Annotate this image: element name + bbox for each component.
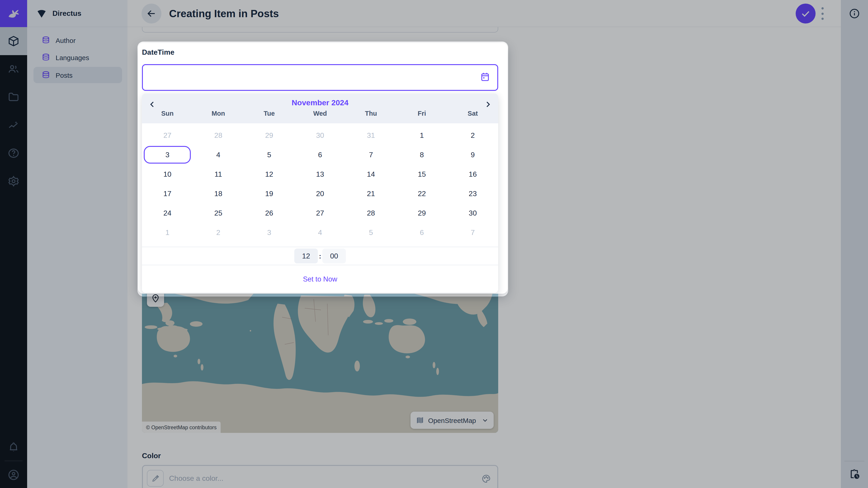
help-icon <box>8 147 20 159</box>
calendar-day[interactable]: 9 <box>447 145 498 164</box>
pending-actions-icon <box>848 468 860 480</box>
map-attribution: © OpenStreetMap contributors <box>142 422 221 433</box>
module-insights[interactable] <box>0 111 27 139</box>
calendar-day[interactable]: 6 <box>397 223 447 242</box>
calendar-day[interactable]: 2 <box>447 126 498 145</box>
calendar-day[interactable]: 19 <box>244 184 294 203</box>
basemap-label: OpenStreetMap <box>428 416 478 424</box>
calendar-day[interactable]: 5 <box>244 145 294 164</box>
account-circle-icon <box>8 469 20 481</box>
next-month-button[interactable] <box>481 98 495 111</box>
calendar-day[interactable]: 27 <box>142 126 193 145</box>
calendar-day[interactable]: 31 <box>346 126 397 145</box>
module-content[interactable] <box>0 27 27 55</box>
weekday-label: Fri <box>397 110 447 123</box>
calendar-day[interactable]: 6 <box>294 145 345 164</box>
sidebar-item-posts[interactable]: Posts <box>33 67 122 83</box>
project-logo-icon <box>36 8 47 19</box>
calendar-day[interactable]: 7 <box>447 223 498 242</box>
calendar-day[interactable]: 13 <box>294 164 345 184</box>
map-field-canvas[interactable] <box>142 276 498 433</box>
calendar-day[interactable]: 4 <box>294 223 345 242</box>
database-icon <box>41 71 50 79</box>
color-field-label: Color <box>142 452 161 460</box>
calendar-day[interactable]: 22 <box>397 184 447 203</box>
calendar-day-selected[interactable]: 3 <box>142 145 193 164</box>
calendar-day[interactable]: 3 <box>244 223 294 242</box>
gear-icon <box>8 175 20 187</box>
chevron-down-icon <box>482 417 488 423</box>
module-settings[interactable] <box>0 167 27 195</box>
weekday-label: Tue <box>244 110 294 123</box>
check-icon <box>801 8 811 19</box>
calendar-day[interactable]: 30 <box>294 126 345 145</box>
weekday-label: Thu <box>346 110 397 123</box>
world-map <box>142 276 498 433</box>
calendar-day[interactable]: 24 <box>142 203 193 223</box>
sidebar-item-languages[interactable]: Languages <box>33 49 122 66</box>
calendar-day[interactable]: 2 <box>193 223 244 242</box>
project-header[interactable]: Directus <box>27 0 127 27</box>
info-sidebar-button[interactable] <box>849 8 860 19</box>
account-button[interactable] <box>0 461 27 488</box>
calendar-day[interactable]: 28 <box>346 203 397 223</box>
sidebar-item-author[interactable]: Author <box>33 32 122 48</box>
attribution-text: © OpenStreetMap contributors <box>146 424 217 430</box>
folder-icon <box>8 91 20 103</box>
calendar-day[interactable]: 29 <box>244 126 294 145</box>
back-button[interactable] <box>142 4 161 24</box>
calendar-day[interactable]: 16 <box>447 164 498 184</box>
right-sidebar <box>841 0 868 488</box>
datetime-input[interactable] <box>142 64 498 91</box>
calendar-day[interactable]: 20 <box>294 184 345 203</box>
calendar-day[interactable]: 12 <box>244 164 294 184</box>
calendar-day[interactable]: 4 <box>193 145 244 164</box>
activity-sidebar-button[interactable] <box>848 468 861 481</box>
bell-icon <box>8 442 20 453</box>
collections-sidebar: Directus Author Languages Posts <box>27 0 127 488</box>
calendar-day[interactable]: 15 <box>397 164 447 184</box>
calendar-day[interactable]: 10 <box>142 164 193 184</box>
calendar-day[interactable]: 5 <box>346 223 397 242</box>
calendar-day[interactable]: 26 <box>244 203 294 223</box>
arrow-back-icon <box>147 8 156 19</box>
color-value-input[interactable] <box>169 466 440 488</box>
info-icon <box>849 8 860 19</box>
time-colon: : <box>318 252 322 260</box>
calendar-day[interactable]: 11 <box>193 164 244 184</box>
minute-input[interactable]: 00 <box>322 249 346 263</box>
notifications-button[interactable] <box>0 433 27 461</box>
more-options-button[interactable] <box>820 7 824 20</box>
module-users[interactable] <box>0 55 27 83</box>
calendar-day[interactable]: 21 <box>346 184 397 203</box>
calendar-day[interactable]: 28 <box>193 126 244 145</box>
calendar-day[interactable]: 18 <box>193 184 244 203</box>
sidebar-item-label: Languages <box>56 54 89 61</box>
eyedropper-icon <box>151 474 159 482</box>
calendar-day[interactable]: 29 <box>397 203 447 223</box>
color-swatch-button[interactable] <box>147 470 164 487</box>
basemap-selector[interactable]: OpenStreetMap <box>410 412 494 429</box>
calendar-day[interactable]: 7 <box>346 145 397 164</box>
palette-icon[interactable] <box>482 466 491 488</box>
calendar-day[interactable]: 1 <box>142 223 193 242</box>
calendar-day[interactable]: 25 <box>193 203 244 223</box>
module-files[interactable] <box>0 83 27 111</box>
set-to-now-button[interactable]: Set to Now <box>303 275 337 283</box>
calendar-icon[interactable] <box>480 72 490 84</box>
hour-input[interactable]: 12 <box>294 249 318 263</box>
calendar-day[interactable]: 14 <box>346 164 397 184</box>
color-field-input[interactable] <box>142 465 498 488</box>
save-button[interactable] <box>796 4 815 24</box>
calendar-day[interactable]: 27 <box>294 203 345 223</box>
calendar-day[interactable]: 30 <box>447 203 498 223</box>
directus-logo[interactable] <box>0 0 27 27</box>
calendar-day[interactable]: 1 <box>397 126 447 145</box>
calendar-day[interactable]: 8 <box>397 145 447 164</box>
project-name: Directus <box>53 9 81 18</box>
calendar-day[interactable]: 23 <box>447 184 498 203</box>
calendar-day[interactable]: 17 <box>142 184 193 203</box>
module-docs[interactable] <box>0 139 27 167</box>
weekday-label: Mon <box>193 110 244 123</box>
time-row: 12 : 00 <box>142 247 498 265</box>
